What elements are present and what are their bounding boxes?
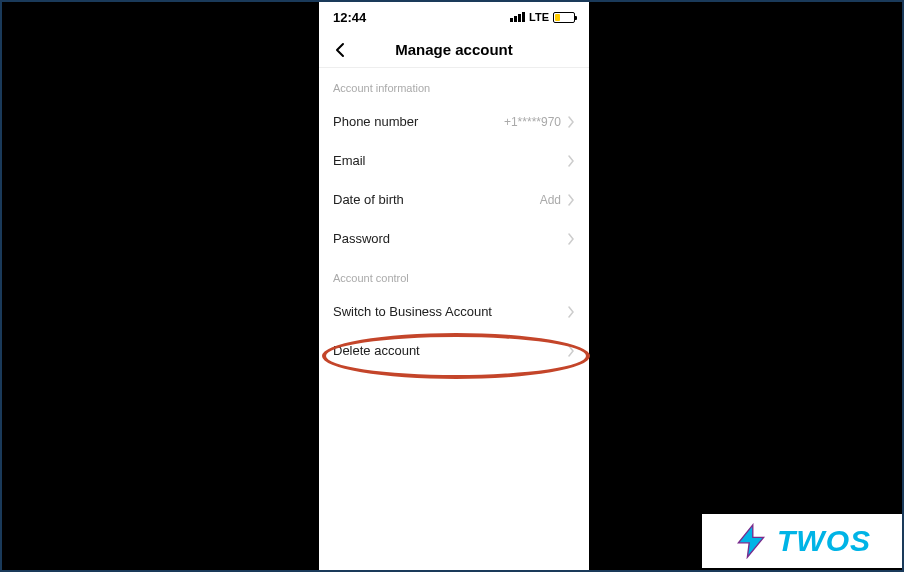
chevron-right-icon (567, 155, 575, 167)
row-label: Password (333, 231, 390, 246)
row-password[interactable]: Password (319, 219, 589, 258)
twos-logo-icon (733, 523, 769, 559)
chevron-right-icon (567, 233, 575, 245)
chevron-left-icon (333, 42, 349, 58)
row-value: Add (540, 193, 561, 207)
status-time: 12:44 (333, 10, 366, 25)
row-label: Switch to Business Account (333, 304, 492, 319)
row-label: Email (333, 153, 366, 168)
row-email[interactable]: Email (319, 141, 589, 180)
signal-icon (510, 12, 525, 22)
row-date-of-birth[interactable]: Date of birth Add (319, 180, 589, 219)
back-button[interactable] (329, 38, 353, 62)
row-label: Phone number (333, 114, 418, 129)
network-label: LTE (529, 11, 549, 23)
row-delete-account[interactable]: Delete account (319, 331, 589, 370)
nav-header: Manage account (319, 32, 589, 68)
chevron-right-icon (567, 306, 575, 318)
status-bar: 12:44 LTE (319, 2, 589, 32)
battery-icon (553, 12, 575, 23)
section-header-account-info: Account information (319, 68, 589, 102)
chevron-right-icon (567, 116, 575, 128)
row-switch-business[interactable]: Switch to Business Account (319, 292, 589, 331)
page-title: Manage account (319, 41, 589, 58)
chevron-right-icon (567, 194, 575, 206)
twos-badge: TWOS (702, 514, 902, 568)
row-label: Delete account (333, 343, 420, 358)
row-phone-number[interactable]: Phone number +1*****970 (319, 102, 589, 141)
section-header-account-control: Account control (319, 258, 589, 292)
phone-screen: 12:44 LTE Manage account Account informa… (319, 2, 589, 570)
twos-logo-text: TWOS (777, 524, 871, 558)
row-value: +1*****970 (504, 115, 561, 129)
chevron-right-icon (567, 345, 575, 357)
row-label: Date of birth (333, 192, 404, 207)
status-right: LTE (510, 11, 575, 23)
